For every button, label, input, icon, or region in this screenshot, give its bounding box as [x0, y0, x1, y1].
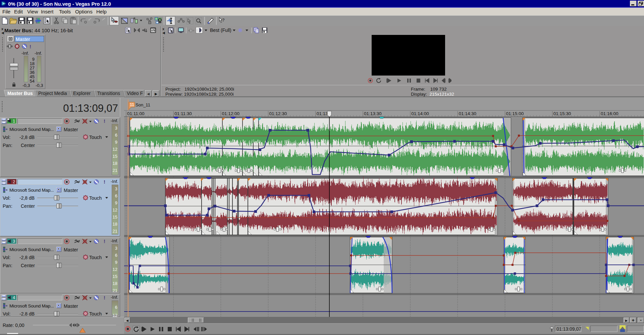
- svg-text:!: !: [104, 118, 105, 124]
- svg-text:01:14:30: 01:14:30: [459, 111, 476, 116]
- svg-text:11: 11: [130, 102, 134, 107]
- svg-text:Son_11: Son_11: [136, 102, 150, 107]
- svg-text:Best (Full): Best (Full): [210, 28, 231, 33]
- svg-text:!: !: [104, 295, 105, 300]
- svg-text:01:14:00: 01:14:00: [411, 111, 429, 116]
- svg-text:01:11:00: 01:11:00: [127, 111, 145, 116]
- svg-text:01:12:30: 01:12:30: [269, 111, 287, 116]
- svg-text:01:12:00: 01:12:00: [222, 111, 239, 116]
- svg-text:01:16:00: 01:16:00: [601, 111, 619, 116]
- svg-text:!: !: [104, 238, 105, 244]
- svg-text:01:15:00: 01:15:00: [506, 111, 524, 116]
- svg-text:!: !: [104, 179, 105, 185]
- svg-text:01:15:30: 01:15:30: [553, 111, 571, 116]
- svg-text:01:11:30: 01:11:30: [174, 111, 192, 116]
- svg-text:?: ?: [222, 17, 225, 22]
- svg-text:?: ?: [29, 17, 31, 21]
- svg-text:!: !: [30, 44, 31, 49]
- svg-text:01:13:30: 01:13:30: [364, 111, 382, 116]
